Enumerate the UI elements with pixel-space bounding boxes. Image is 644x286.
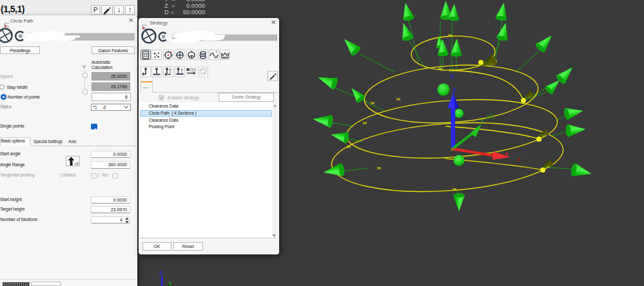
svg-text:Z: Z	[453, 87, 456, 93]
svg-text:+Z: +Z	[74, 162, 79, 166]
svg-text:D =: D =	[164, 8, 175, 15]
svg-text:Z: Z	[451, 73, 454, 80]
svg-text:Y: Y	[168, 280, 172, 286]
svg-text:?: ?	[215, 50, 218, 54]
svg-text:X: X	[505, 151, 509, 158]
svg-text:Z: Z	[159, 270, 162, 276]
svg-text:50.0000: 50.0000	[183, 8, 205, 15]
svg-text:Y: Y	[480, 118, 484, 124]
svg-text:(Y): (Y)	[487, 113, 494, 120]
svg-text:x: x	[518, 156, 521, 162]
